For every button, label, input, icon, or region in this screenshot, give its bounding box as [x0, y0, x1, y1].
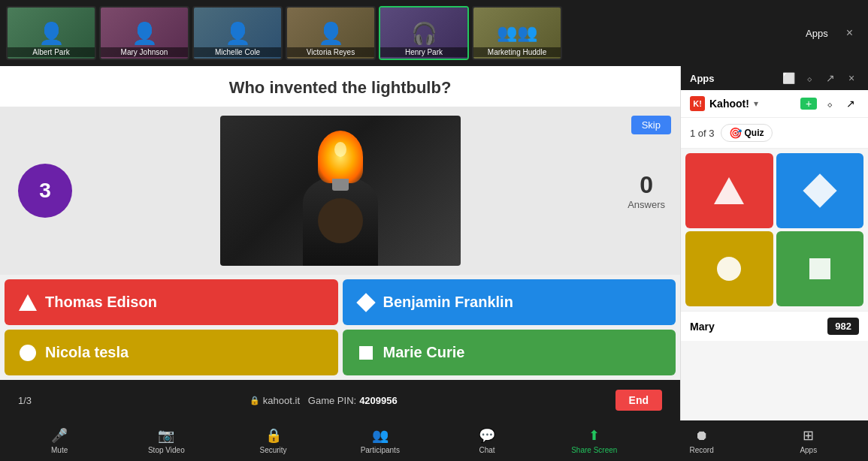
kahoot-chevron-icon[interactable]: ▾ — [754, 98, 758, 109]
answers-label: Answers — [628, 199, 665, 210]
answer-marie-curie[interactable]: Marie Curie — [343, 330, 676, 375]
thumb-label-mary: Mary Johnson — [101, 47, 188, 57]
apps-panel-icons: ⬜ ⬦ ↗ × — [781, 71, 859, 86]
question-body: 3 — [0, 107, 680, 275]
toolbar-participants[interactable]: 👥 Participants — [358, 427, 403, 454]
top-bar: 👤 Albert Park 👤 Mary Johnson 👤 Michelle … — [0, 0, 868, 66]
answer-text-a: Thomas Edison — [45, 294, 157, 311]
thumb-label-henry: Henry Park — [380, 47, 467, 57]
security-label: Security — [259, 446, 286, 454]
answer-grid-panel — [681, 149, 868, 311]
participant-score: 982 — [827, 318, 859, 335]
kahoot-app-name: Kahoot! — [709, 98, 749, 110]
video-thumb-michelle[interactable]: 👤 Michelle Cole — [192, 6, 283, 60]
game-pin-number: 4209956 — [359, 395, 398, 406]
bottom-toolbar: 🎤 Mute 📷 Stop Video 🔒 Security 👥 Partici… — [0, 420, 868, 461]
diamond-icon — [358, 294, 374, 311]
game-pin-label: kahoot.it Game PIN: — [263, 395, 356, 406]
kahoot-filter2-icon[interactable]: ⬦ — [821, 98, 838, 110]
apps-expand-icon[interactable]: ⬜ — [781, 71, 796, 86]
lightbulb-image — [220, 116, 461, 266]
quiz-badge-icon: 🎯 — [729, 127, 742, 139]
share-screen-label: Share Screen — [571, 446, 617, 454]
toolbar-chat[interactable]: 💬 Chat — [464, 427, 510, 454]
progress-text: 1 of 3 — [690, 128, 715, 139]
apps-panel-header: Apps ⬜ ⬦ ↗ × — [681, 66, 868, 90]
close-topbar-button[interactable]: × — [846, 26, 853, 40]
apps-panel: Apps ⬜ ⬦ ↗ × K! Kahoot! ▾ + ⬦ ↗ 1 of 3 — [680, 66, 868, 420]
circle-icon — [20, 345, 36, 361]
kahoot-app-left: K! Kahoot! ▾ — [690, 96, 758, 111]
main-area: Who invented the lightbulb? 3 — [0, 66, 868, 420]
stop-video-icon: 📷 — [158, 427, 174, 444]
toolbar-share-screen[interactable]: ⬆ Share Screen — [571, 427, 617, 454]
video-thumb-marketing[interactable]: 👥👥 Marketing Huddle — [472, 6, 562, 60]
kahoot-main: Who invented the lightbulb? 3 — [0, 66, 680, 420]
quiz-badge-label: Quiz — [745, 128, 764, 138]
timer-circle: 3 — [18, 164, 72, 218]
mute-label: Mute — [51, 446, 68, 454]
record-icon: ⏺ — [695, 428, 709, 444]
answer-text-c: Nicola tesla — [45, 344, 129, 361]
toolbar-record[interactable]: ⏺ Record — [679, 428, 724, 454]
chat-icon: 💬 — [479, 427, 495, 444]
participants-icon: 👥 — [372, 427, 389, 444]
quiz-badge: 🎯 Quiz — [721, 124, 773, 142]
apps-close-button[interactable]: × — [844, 71, 859, 86]
participants-label: Participants — [361, 446, 400, 454]
timer-number: 3 — [39, 179, 51, 203]
answer-nicola-tesla[interactable]: Nicola tesla — [5, 330, 338, 375]
toolbar-apps[interactable]: ⊞ Apps — [786, 427, 831, 454]
panel-answer-red — [685, 153, 773, 228]
panel-answer-blue — [776, 153, 864, 228]
video-thumb-mary[interactable]: 👤 Mary Johnson — [99, 6, 189, 60]
apps-toolbar-icon: ⊞ — [803, 427, 814, 444]
participant-name: Mary — [690, 321, 715, 333]
answer-options: Thomas Edison Benjamin Franklin Nicola t… — [0, 275, 680, 380]
mute-icon: 🎤 — [51, 427, 68, 444]
image-container: Skip — [0, 107, 680, 275]
panel-triangle-shape — [714, 177, 744, 204]
question-text: Who invented the lightbulb? — [15, 78, 665, 98]
thumb-label-albert: Albert Park — [8, 47, 95, 57]
apps-filter-icon[interactable]: ⬦ — [802, 71, 817, 86]
video-thumb-henry[interactable]: 🎧 Henry Park — [379, 6, 469, 60]
answer-number: 0 — [628, 171, 665, 199]
toolbar-stop-video[interactable]: 📷 Stop Video — [144, 427, 189, 454]
kahoot-app-icons: + ⬦ ↗ — [800, 98, 859, 110]
security-icon: 🔒 — [265, 427, 282, 444]
thumb-label-michelle: Michelle Cole — [194, 47, 281, 57]
toolbar-mute[interactable]: 🎤 Mute — [37, 427, 82, 454]
lock-icon: 🔒 — [250, 396, 260, 405]
quiz-progress: 1 of 3 🎯 Quiz — [681, 118, 868, 149]
video-thumb-victoria[interactable]: 👤 Victoria Reyes — [286, 6, 376, 60]
participant-mary: Mary 982 — [681, 311, 868, 341]
end-button[interactable]: End — [615, 390, 662, 411]
page-progress: 1/3 — [18, 395, 32, 406]
answer-thomas-edison[interactable]: Thomas Edison — [5, 279, 338, 325]
share-screen-icon: ⬆ — [588, 427, 600, 444]
kahoot-app-header: K! Kahoot! ▾ + ⬦ ↗ — [681, 90, 868, 118]
apps-external-icon[interactable]: ↗ — [823, 71, 838, 86]
triangle-icon — [20, 294, 36, 311]
kahoot-external-icon[interactable]: ↗ — [842, 98, 859, 110]
answer-benjamin-franklin[interactable]: Benjamin Franklin — [343, 279, 676, 325]
kahoot-logo-icon: K! — [690, 96, 705, 111]
panel-diamond-shape — [808, 179, 832, 203]
square-icon — [358, 345, 374, 361]
answer-text-b: Benjamin Franklin — [383, 294, 513, 311]
skip-button[interactable]: Skip — [631, 116, 671, 134]
answer-text-d: Marie Curie — [383, 344, 465, 361]
video-thumbnails: 👤 Albert Park 👤 Mary Johnson 👤 Michelle … — [6, 6, 562, 60]
footer-bar: 1/3 🔒 kahoot.it Game PIN: 4209956 End — [0, 380, 680, 420]
panel-square-shape — [809, 258, 830, 279]
panel-answer-yellow — [685, 231, 773, 306]
apps-toolbar-label: Apps — [800, 446, 817, 454]
kahoot-add-icon[interactable]: + — [800, 98, 817, 110]
toolbar-security[interactable]: 🔒 Security — [251, 427, 296, 454]
answers-count-display: 0 Answers — [628, 171, 665, 210]
apps-label: Apps — [806, 28, 828, 39]
record-label: Record — [689, 446, 713, 454]
chat-label: Chat — [479, 446, 494, 454]
video-thumb-albert[interactable]: 👤 Albert Park — [6, 6, 96, 60]
